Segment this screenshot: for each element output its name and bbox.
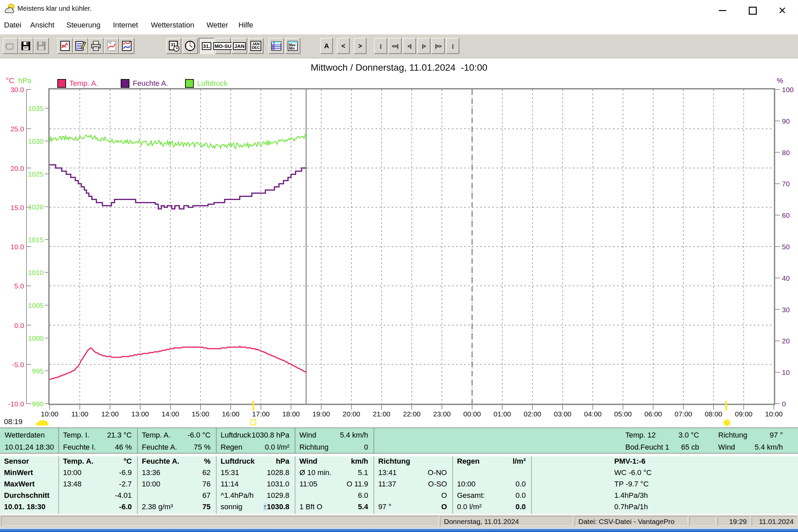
svg-text:-10.0: -10.0 xyxy=(8,400,24,408)
svg-text:20.0: 20.0 xyxy=(11,165,24,172)
svg-text:16:00: 16:00 xyxy=(222,410,240,418)
legend-feuchtea: Feuchte A. xyxy=(121,79,168,88)
pressure-line xyxy=(50,134,306,148)
sensor-cell-value: O xyxy=(374,502,447,511)
infobar-value: 1030.8 hPa xyxy=(216,431,289,439)
statusbar-cell-2: Datei: CSV-Datei - VantagePro xyxy=(575,516,688,526)
svg-text:08:19: 08:19 xyxy=(4,417,22,426)
svg-text:0: 0 xyxy=(782,400,786,408)
infobar-value: 46 % xyxy=(58,443,132,452)
svg-text:01:00: 01:00 xyxy=(493,410,511,418)
pmv-row: WC -6.0 °C xyxy=(614,468,652,477)
svg-text:30.0: 30.0 xyxy=(11,86,24,93)
infobar-value: 0.0 l/m² xyxy=(216,443,289,452)
sensor-col-unit: l/m² xyxy=(452,457,526,466)
infobar-value: 75 % xyxy=(137,443,211,452)
svg-text:30: 30 xyxy=(782,306,790,314)
sensor-row-header: 10.01. 18:30 xyxy=(4,502,46,511)
svg-text:20:00: 20:00 xyxy=(343,410,360,418)
humidity-line xyxy=(50,165,306,209)
sensor-cell-value: 0.0 xyxy=(452,480,526,489)
svg-text:1035: 1035 xyxy=(28,104,43,112)
sensor-row-header: MinWert xyxy=(4,468,33,477)
svg-text:22:00: 22:00 xyxy=(403,410,421,418)
svg-text:40: 40 xyxy=(782,274,790,282)
sensor-cell-value: 0.0 xyxy=(452,502,526,511)
sensor-col-unit: hPa xyxy=(216,457,289,466)
infobar-value: 21.3 °C xyxy=(58,431,132,439)
legend-swatch xyxy=(185,79,194,88)
svg-text:19:00: 19:00 xyxy=(312,410,330,418)
pmv-row: 1.4hPa/3h xyxy=(614,491,648,500)
svg-text:02:00: 02:00 xyxy=(524,410,542,418)
infobar-value: 3.0 °C xyxy=(625,431,699,439)
svg-text:50: 50 xyxy=(782,243,790,251)
sensor-cell-value: 6.0 xyxy=(295,491,368,500)
sensor-cell-value: O-NO xyxy=(374,468,447,477)
infobar-value: 65 cb xyxy=(625,443,699,452)
svg-text:13:00: 13:00 xyxy=(131,410,149,418)
svg-text:23:00: 23:00 xyxy=(433,410,451,418)
sensor-col-unit: °C xyxy=(58,457,132,466)
infobar-value: 5.4 km/h xyxy=(295,431,368,439)
svg-text:%: % xyxy=(777,76,783,85)
sensor-cell-value: 62 xyxy=(137,468,211,477)
svg-text:06:00: 06:00 xyxy=(645,410,662,418)
up-arrow-icon: ↑ xyxy=(263,502,267,511)
svg-text:21:00: 21:00 xyxy=(373,410,391,418)
svg-text:08:00: 08:00 xyxy=(705,410,723,418)
sunrise-icon xyxy=(36,420,49,425)
infobar-value: 5.4 km/h xyxy=(718,443,783,452)
sensor-cell-value: -2.7 xyxy=(58,480,132,489)
svg-text:10: 10 xyxy=(782,368,790,376)
svg-text:11:00: 11:00 xyxy=(71,410,89,418)
svg-text:00:00: 00:00 xyxy=(464,410,481,418)
sensor-cell-value: 75 xyxy=(137,502,211,511)
svg-text:1000: 1000 xyxy=(28,334,43,342)
temperature-line xyxy=(50,346,306,380)
legend-label: Feuchte A. xyxy=(133,79,168,88)
legend-tempa: Temp. A. xyxy=(57,79,98,88)
statusbar-cell-3 xyxy=(689,516,716,526)
legend-swatch xyxy=(57,79,66,88)
svg-text:18:00: 18:00 xyxy=(282,410,300,418)
sensor-cell-value: 1029.8 xyxy=(216,491,289,500)
sensor-col-name: Richtung xyxy=(378,457,410,466)
svg-text:05:00: 05:00 xyxy=(614,410,632,418)
sensor-cell-value: 1028.8 xyxy=(216,468,289,477)
svg-text:10:00: 10:00 xyxy=(765,410,783,418)
svg-text:1025: 1025 xyxy=(28,170,43,178)
svg-text:-5.0: -5.0 xyxy=(12,361,24,368)
current-weather-bar: Wetterdaten10.01.24 18:30Temp. I.21.3 °C… xyxy=(0,428,798,454)
infobar-timestamp: 10.01.24 18:30 xyxy=(5,443,54,452)
infobar-value: 97 ° xyxy=(718,431,783,439)
sensor-cell-value: 76 xyxy=(137,480,211,489)
sensor-row-header: Sensor xyxy=(4,457,29,466)
sensor-cell-value: O 11.9 xyxy=(295,480,368,489)
status-bar: Donnerstag, 11.01.2024Datei: CSV-Datei -… xyxy=(0,515,798,528)
svg-text:5.0: 5.0 xyxy=(14,282,24,290)
svg-text:0.0: 0.0 xyxy=(14,322,24,329)
sensor-cell-value: O xyxy=(374,491,447,500)
svg-text:1005: 1005 xyxy=(28,302,43,309)
pmv-row: 0.7hPa/1h xyxy=(614,502,648,511)
svg-text:25.0: 25.0 xyxy=(11,125,24,133)
svg-text:1030: 1030 xyxy=(28,137,43,145)
sensor-summary-table: SensorMinWertMaxWertDurchschnitt10.01. 1… xyxy=(0,456,798,514)
sensor-cell-value: O-SO xyxy=(374,480,447,489)
sensor-cell-value: 5.4 xyxy=(295,502,368,511)
sensor-cell-value: -4.01 xyxy=(58,491,132,500)
svg-text:20: 20 xyxy=(782,337,790,345)
sun-icon xyxy=(722,418,731,428)
svg-text:14:00: 14:00 xyxy=(162,410,179,418)
svg-text:1010: 1010 xyxy=(28,269,43,277)
svg-text:°C: °C xyxy=(6,76,14,85)
svg-text:10:00: 10:00 xyxy=(41,410,59,418)
sensor-cell-value: 1031.0 xyxy=(216,480,289,489)
svg-text:60: 60 xyxy=(782,211,790,219)
legend-swatch xyxy=(121,79,129,88)
svg-text:hPa: hPa xyxy=(18,76,32,85)
svg-text:03:00: 03:00 xyxy=(554,410,572,418)
pmv-row: TP -9.7 °C xyxy=(614,480,649,489)
svg-text:100: 100 xyxy=(782,86,794,93)
